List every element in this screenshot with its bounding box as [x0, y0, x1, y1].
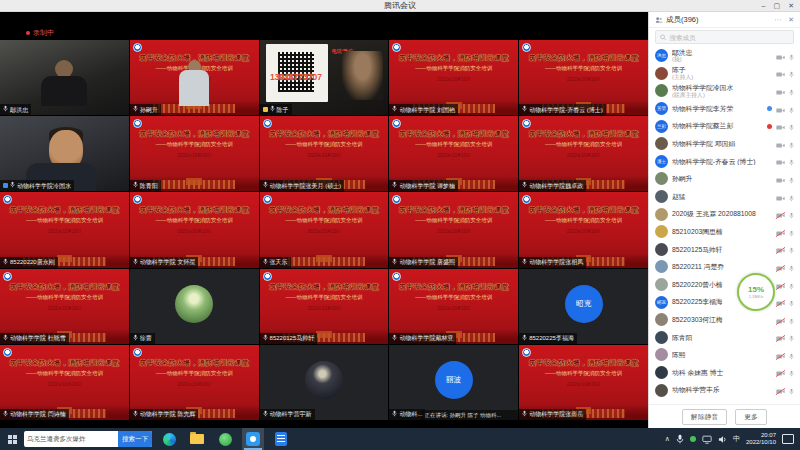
video-tile[interactable]: 动物科学学院冷国水: [0, 116, 129, 191]
tray-display-icon[interactable]: [702, 435, 712, 444]
search-input[interactable]: [669, 34, 789, 41]
taskbar-search-button[interactable]: 搜索一下: [118, 431, 152, 447]
notification-center-icon[interactable]: [782, 434, 794, 444]
member-row[interactable]: 85220303何江梅: [649, 311, 800, 329]
tray-volume-icon[interactable]: [718, 435, 727, 444]
taskbar-clock[interactable]: 20:07 2022/10/10: [746, 432, 776, 446]
video-tile[interactable]: 筑牢安全防火墙，消防培训云课堂 ——动物科学学院消防安全培训 2022年10月1…: [0, 192, 129, 267]
tray-caret-icon[interactable]: ∧: [665, 428, 670, 450]
member-row[interactable]: 动科 余妹惠 博士: [649, 364, 800, 382]
mic-icon[interactable]: [789, 381, 794, 399]
mic-icon[interactable]: [789, 117, 794, 135]
camera-icon[interactable]: [776, 152, 785, 170]
mic-icon[interactable]: [789, 258, 794, 276]
video-tile[interactable]: 筑牢安全防火墙，消防培训云课堂 ——动物科学学院消防安全培训 2022年10月1…: [519, 345, 648, 420]
video-tile[interactable]: 筑牢安全防火墙，消防培训云课堂 ——动物科学学院消防安全培训 2022年10月1…: [260, 192, 389, 267]
mic-icon[interactable]: [789, 47, 794, 65]
camera-icon[interactable]: [776, 258, 785, 276]
mic-icon[interactable]: [789, 276, 794, 294]
mic-icon[interactable]: [789, 363, 794, 381]
camera-icon[interactable]: [776, 240, 785, 258]
video-tile[interactable]: 筑牢安全防火墙，消防培训云课堂 ——动物科学学院消防安全培训 2022年10月1…: [389, 116, 518, 191]
video-tile[interactable]: 电话/微信 13946773707 陈子: [260, 40, 389, 115]
member-row[interactable]: 85210203陶思楠: [649, 223, 800, 241]
mic-icon[interactable]: [789, 64, 794, 82]
video-tile[interactable]: 筑牢安全防火墙，消防培训云课堂 ——动物科学学院消防安全培训 2022年10月1…: [260, 116, 389, 191]
docs-app-button[interactable]: [270, 428, 292, 450]
mic-icon[interactable]: [789, 240, 794, 258]
video-tile[interactable]: 筑牢安全防火墙，消防培训云课堂 ——动物科学学院消防安全培训 2022年10月1…: [130, 116, 259, 191]
member-row[interactable]: 动物科学学院 邓国娟: [649, 135, 800, 153]
camera-icon[interactable]: [776, 135, 785, 153]
mic-icon[interactable]: [789, 188, 794, 206]
mic-icon[interactable]: [789, 346, 794, 364]
video-tile[interactable]: 筑牢安全防火墙，消防培训云课堂 ——动物科学学院消防安全培训 2022年10月1…: [0, 345, 129, 420]
start-button[interactable]: [0, 428, 24, 450]
member-row[interactable]: 85220220曾小楠: [649, 276, 800, 294]
video-tile[interactable]: 筑牢安全防火墙，消防培训云课堂 ——动物科学学院消防安全培训 2022年10月1…: [130, 192, 259, 267]
performance-widget[interactable]: 15% 1.1MK/s: [737, 273, 775, 311]
video-tile[interactable]: 筑牢安全防火墙，消防培训云课堂 ——动物科学学院消防安全培训 2022年10月1…: [260, 269, 389, 344]
mic-icon[interactable]: [789, 223, 794, 241]
video-tile[interactable]: 丽波 动物科... 正在讲话: 孙嗣升 陈子 动物科...: [389, 345, 518, 420]
member-row[interactable]: 博士 动物科学学院-齐春云 (博士): [649, 153, 800, 171]
minimize-button[interactable]: –: [762, 0, 766, 12]
mic-icon[interactable]: [789, 135, 794, 153]
file-explorer-button[interactable]: [186, 428, 208, 450]
camera-icon[interactable]: [776, 170, 785, 188]
panel-more-icon[interactable]: ⋯: [774, 16, 781, 24]
tencent-meeting-button[interactable]: [242, 428, 264, 450]
panel-close-icon[interactable]: ✕: [788, 16, 794, 24]
camera-icon[interactable]: [776, 205, 785, 223]
taskbar-search[interactable]: 乌克兰遭袭多次爆炸 搜索一下: [24, 431, 152, 447]
camera-icon[interactable]: [776, 47, 785, 65]
video-tile[interactable]: 筑牢安全防火墙，消防培训云课堂 ——动物科学学院消防安全培训 2022年10月1…: [0, 269, 129, 344]
tray-mic-icon[interactable]: [676, 434, 684, 444]
camera-icon[interactable]: [776, 293, 785, 311]
video-tile[interactable]: 筑牢安全防火墙，消防培训云课堂 ——动物科学学院消防安全培训 2022年10月1…: [519, 40, 648, 115]
video-tile[interactable]: 徐蕾: [130, 269, 259, 344]
mic-icon[interactable]: [789, 328, 794, 346]
video-tile[interactable]: 昭克 85220225李福海: [519, 269, 648, 344]
video-tile[interactable]: 筑牢安全防火墙，消防培训云课堂 ——动物科学学院消防安全培训 2022年10月1…: [519, 116, 648, 191]
camera-icon[interactable]: [776, 276, 785, 294]
camera-icon[interactable]: [776, 117, 785, 135]
member-row[interactable]: 赵猛: [649, 188, 800, 206]
member-row[interactable]: 动物科学学院冷国水 (联席主持人): [649, 82, 800, 100]
member-row[interactable]: 陈熙: [649, 346, 800, 364]
more-button[interactable]: 更多: [735, 409, 767, 425]
video-tile[interactable]: 筑牢安全防火墙，消防培训云课堂 ——动物科学学院消防安全培训 2022年10月1…: [130, 345, 259, 420]
maximize-button[interactable]: ▢: [774, 0, 781, 12]
mic-icon[interactable]: [789, 205, 794, 223]
member-row[interactable]: 孙嗣升: [649, 170, 800, 188]
member-row[interactable]: 昭克 85220225李福海: [649, 293, 800, 311]
video-tile[interactable]: 动物科学营宇新: [260, 345, 389, 420]
mic-icon[interactable]: [789, 311, 794, 329]
member-row[interactable]: 85220125马帅轩: [649, 241, 800, 259]
ime-indicator[interactable]: 中: [733, 428, 740, 450]
mic-icon[interactable]: [789, 170, 794, 188]
video-tile[interactable]: 筑牢安全防火墙，消防培训云课堂 ——动物科学学院消防安全培训 2022年10月1…: [519, 192, 648, 267]
video-tile[interactable]: 筑牢安全防火墙，消防培训云课堂 ——动物科学学院消防安全培训 2022年10月1…: [389, 40, 518, 115]
member-row[interactable]: 芳荣 动物科学学院李芳荣: [649, 100, 800, 118]
unmute-button[interactable]: 解除静音: [682, 409, 727, 425]
member-row[interactable]: 动物科学营丰乐: [649, 381, 800, 399]
tray-status-icon[interactable]: [690, 436, 696, 442]
member-row[interactable]: 陈青阳: [649, 329, 800, 347]
browser-360-button[interactable]: [214, 428, 236, 450]
camera-icon[interactable]: [776, 363, 785, 381]
edge-browser-button[interactable]: [158, 428, 180, 450]
video-tile[interactable]: 筑牢安全防火墙，消防培训云课堂 ——动物科学学院消防安全培训 2022年10月1…: [389, 192, 518, 267]
mic-icon[interactable]: [789, 82, 794, 100]
member-row[interactable]: 洪忠 鄢洪忠 (我): [649, 47, 800, 65]
member-row[interactable]: 陈子 (主持人): [649, 65, 800, 83]
camera-icon[interactable]: [776, 381, 785, 399]
member-row[interactable]: 2020级 王兆霖 2020881008: [649, 205, 800, 223]
mic-icon[interactable]: [789, 293, 794, 311]
video-tile[interactable]: 鄢洪忠: [0, 40, 129, 115]
camera-icon[interactable]: [776, 82, 785, 100]
member-row[interactable]: 兰彭 动物科学学院蔡兰彭: [649, 117, 800, 135]
camera-icon[interactable]: [776, 346, 785, 364]
mic-icon[interactable]: [789, 100, 794, 118]
camera-icon[interactable]: [776, 64, 785, 82]
